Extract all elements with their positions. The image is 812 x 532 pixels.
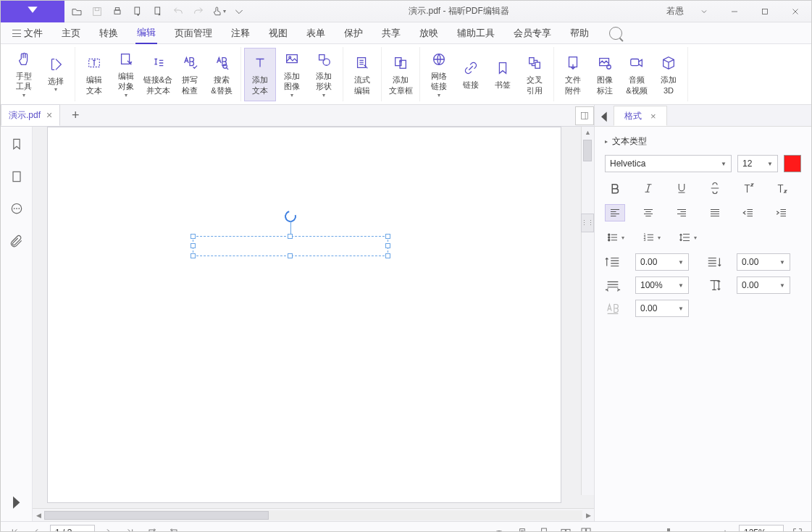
italic-button[interactable] — [638, 180, 658, 197]
tool-add-3d[interactable]: 添加 3D — [653, 48, 685, 101]
menu-present[interactable]: 放映 — [418, 23, 440, 43]
page-number-input[interactable]: 1 / 3▾ — [50, 525, 95, 533]
rail-expand-icon[interactable]: ▶ — [13, 492, 20, 510]
tool-add-article[interactable]: 添加 文章框 — [385, 48, 417, 101]
page-add-icon[interactable] — [128, 2, 147, 21]
resize-handle[interactable] — [191, 253, 196, 258]
touch-icon[interactable]: ▾ — [209, 2, 228, 21]
tool-edit-text[interactable]: 编辑 文本 — [78, 48, 110, 101]
fit-page-icon[interactable] — [790, 525, 805, 533]
resize-handle[interactable] — [385, 234, 390, 239]
minimize-button[interactable] — [721, 1, 748, 22]
resize-handle[interactable] — [385, 243, 390, 248]
tool-add-text[interactable]: 添加 文本 — [244, 48, 276, 101]
continuous-facing-icon[interactable]: ▾ — [579, 525, 595, 533]
tool-attachment[interactable]: 文件 附件 — [557, 48, 589, 101]
align-justify-button[interactable] — [705, 204, 725, 221]
page-canvas[interactable] — [47, 127, 561, 503]
menu-comment[interactable]: 注释 — [230, 23, 251, 43]
tool-link-join[interactable]: 链接&合 并文本 — [142, 48, 174, 101]
tool-crossref[interactable]: 交叉 引用 — [519, 48, 551, 101]
user-dropdown-icon[interactable] — [691, 1, 717, 22]
line-height-button[interactable]: ▾ — [677, 229, 698, 246]
subscript-button[interactable] — [771, 180, 792, 197]
hscroll-thumb[interactable] — [44, 511, 269, 520]
indent-decrease-button[interactable] — [738, 204, 758, 221]
menu-tools[interactable]: 辅助工具 — [456, 23, 496, 43]
panel-splitter-icon[interactable]: ⋮⋮ — [581, 214, 594, 232]
char-height-input[interactable]: 0.00▼ — [737, 276, 790, 294]
resize-handle[interactable] — [288, 253, 293, 258]
menu-share[interactable]: 共享 — [380, 23, 402, 43]
zoom-out-button[interactable]: − — [601, 525, 617, 533]
resize-handle[interactable] — [191, 243, 196, 248]
resize-handle[interactable] — [191, 234, 196, 239]
indent-increase-button[interactable] — [771, 204, 792, 221]
save-icon[interactable] — [88, 2, 106, 21]
attachments-icon[interactable] — [9, 235, 24, 251]
font-color-swatch[interactable] — [784, 155, 801, 172]
menu-convert[interactable]: 转换 — [98, 23, 120, 43]
qat-more-icon[interactable] — [230, 2, 248, 21]
reading-mode-icon[interactable]: ▾ — [493, 525, 508, 533]
tool-hand[interactable]: 手型 工具▾ — [8, 48, 40, 101]
format-tab[interactable]: 格式 × — [614, 106, 667, 126]
align-center-button[interactable] — [638, 204, 658, 221]
menu-view[interactable]: 视图 — [267, 23, 289, 43]
first-page-button[interactable] — [7, 525, 22, 533]
align-left-button[interactable] — [605, 204, 625, 221]
app-logo[interactable] — [1, 1, 64, 22]
user-name[interactable]: 若愚 — [666, 5, 684, 17]
tool-web-link[interactable]: 网络 链接▾ — [423, 48, 455, 101]
menu-file[interactable]: 文件 — [11, 23, 44, 43]
indent-right-input[interactable]: 0.00▼ — [737, 253, 790, 271]
document-tab[interactable]: 演示.pdf × — [1, 104, 60, 126]
resize-handle[interactable] — [385, 253, 390, 258]
continuous-page-icon[interactable] — [536, 525, 552, 533]
tool-add-shape[interactable]: 添加 形状▾ — [308, 48, 340, 101]
text-box-selection[interactable] — [193, 236, 388, 256]
bullet-list-button[interactable]: ▾ — [605, 229, 625, 246]
tool-image-annot[interactable]: 图像 标注 — [589, 48, 621, 101]
bold-button[interactable] — [605, 180, 625, 197]
panel-toggle-icon[interactable] — [575, 106, 594, 125]
menu-protect[interactable]: 保护 — [343, 23, 364, 43]
zoom-in-button[interactable]: + — [717, 525, 733, 533]
zoom-level-input[interactable]: 125%▾ — [739, 525, 784, 533]
open-icon[interactable] — [67, 2, 86, 21]
format-tab-close-icon[interactable]: × — [650, 111, 656, 122]
number-list-button[interactable]: 123▾ — [641, 229, 661, 246]
zoom-slider-thumb[interactable] — [667, 528, 670, 533]
tool-bookmark[interactable]: 书签 — [487, 48, 519, 101]
vertical-scrollbar[interactable]: ▲ — [581, 127, 594, 495]
superscript-button[interactable] — [738, 180, 758, 197]
redo-icon[interactable] — [189, 2, 208, 21]
underline-button[interactable] — [671, 180, 692, 197]
menu-home[interactable]: 主页 — [60, 23, 82, 43]
menu-form[interactable]: 表单 — [305, 23, 327, 43]
horizontal-scrollbar[interactable]: ◀ ▶ — [33, 508, 594, 521]
tool-edit-object[interactable]: 编辑 对象▾ — [110, 48, 142, 101]
last-page-button[interactable] — [122, 525, 138, 533]
bookmarks-icon[interactable] — [9, 137, 24, 153]
font-family-select[interactable]: Helvetica▼ — [605, 155, 732, 172]
maximize-button[interactable] — [752, 1, 778, 22]
menu-vip[interactable]: 会员专享 — [512, 23, 553, 43]
tool-select[interactable]: 选择▾ — [40, 48, 72, 101]
undo-icon[interactable] — [169, 2, 188, 21]
rotate-cw-icon[interactable] — [166, 525, 182, 533]
prev-page-button[interactable] — [28, 525, 44, 533]
strikethrough-button[interactable] — [705, 180, 725, 197]
next-page-button[interactable] — [101, 525, 117, 533]
panel-collapse-icon[interactable]: ◀ — [598, 109, 611, 123]
menu-edit[interactable]: 编辑 — [135, 22, 157, 44]
tool-add-image[interactable]: 添加 图像▾ — [276, 48, 308, 101]
page-extract-icon[interactable] — [148, 2, 167, 21]
resize-handle[interactable] — [288, 234, 293, 239]
indent-left-input[interactable]: 0.00▼ — [635, 253, 689, 271]
tool-link[interactable]: 链接 — [455, 48, 487, 101]
vscroll-thumb[interactable] — [583, 140, 592, 161]
print-icon[interactable] — [108, 2, 127, 21]
tool-flow-edit[interactable]: 流式 编辑 — [346, 48, 378, 101]
facing-page-icon[interactable] — [558, 525, 574, 533]
